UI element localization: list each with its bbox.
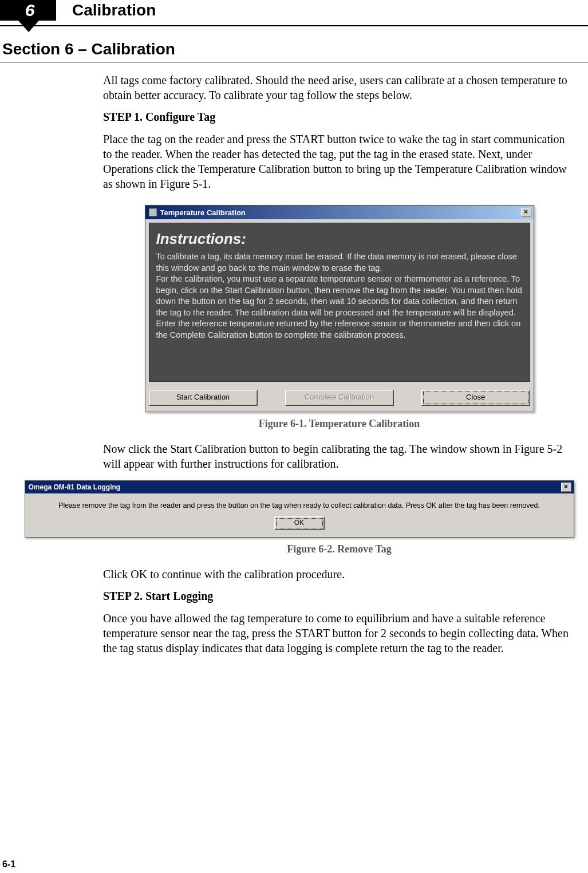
after-fig2-paragraph: Click OK to continue with the calibratio… xyxy=(103,567,575,582)
page-header: 6 Calibration xyxy=(0,0,588,26)
start-calibration-button[interactable]: Start Calibration xyxy=(149,390,258,406)
msgbox-button-row: OK xyxy=(25,513,574,537)
figure-6-1: Temperature Calibration × Instructions: … xyxy=(103,205,575,412)
msgbox-message: Please remove the tag from the reader an… xyxy=(25,493,574,513)
figure-6-2-caption: Figure 6-2. Remove Tag xyxy=(103,543,575,555)
close-button[interactable]: Close xyxy=(421,390,530,406)
section-rule xyxy=(0,62,588,62)
remove-tag-dialog: Omega OM-81 Data Logging × Please remove… xyxy=(25,480,574,538)
section-title: Section 6 – Calibration xyxy=(0,40,588,58)
figure-6-1-caption: Figure 6-1. Temperature Calibration xyxy=(103,418,575,430)
close-icon[interactable]: × xyxy=(521,208,531,217)
step2-body: Once you have allowed the tag temperatur… xyxy=(103,611,575,655)
page-number: 6-1 xyxy=(2,859,15,870)
close-icon[interactable]: × xyxy=(561,483,571,492)
dialog-client-area: Instructions: To calibrate a tag, its da… xyxy=(145,219,534,385)
instructions-body: To calibrate a tag, its data memory must… xyxy=(156,251,523,341)
figure-6-2-wrap: Omega OM-81 Data Logging × Please remove… xyxy=(0,480,588,538)
content-area: All tags come factory calibrated. Should… xyxy=(0,73,588,471)
app-icon xyxy=(149,208,157,216)
msgbox-titlebar: Omega OM-81 Data Logging × xyxy=(25,481,574,493)
msgbox-title: Omega OM-81 Data Logging xyxy=(29,483,561,491)
step1-heading: STEP 1. Configure Tag xyxy=(103,110,575,124)
instructions-heading: Instructions: xyxy=(156,230,523,248)
dialog-titlebar: Temperature Calibration × xyxy=(145,206,534,219)
dialog-title: Temperature Calibration xyxy=(160,208,521,217)
chapter-title: Calibration xyxy=(72,0,156,21)
dialog-button-row: Start Calibration Complete Calibration C… xyxy=(145,385,534,412)
chapter-number: 6 xyxy=(25,1,35,20)
step1-body: Place the tag on the reader and press th… xyxy=(103,132,575,191)
instructions-panel: Instructions: To calibrate a tag, its da… xyxy=(149,223,530,382)
chapter-number-badge: 6 xyxy=(0,0,56,21)
content-area-2: Figure 6-2. Remove Tag Click OK to conti… xyxy=(0,543,588,655)
ok-button[interactable]: OK xyxy=(274,516,325,530)
after-fig1-paragraph: Now click the Start Calibration button t… xyxy=(103,441,575,471)
step2-heading: STEP 2. Start Logging xyxy=(103,590,575,603)
intro-paragraph: All tags come factory calibrated. Should… xyxy=(103,73,575,102)
temperature-calibration-dialog: Temperature Calibration × Instructions: … xyxy=(145,205,534,412)
complete-calibration-button: Complete Calibration xyxy=(285,390,394,406)
